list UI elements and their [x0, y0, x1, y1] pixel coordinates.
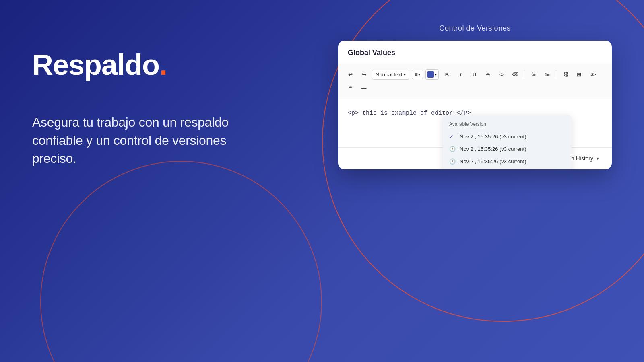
text-style-chevron: ▾ [404, 72, 406, 77]
version-dropdown: Available Version ✓ Nov 2 , 15:35:26 (v3… [443, 115, 572, 169]
align-chevron: ▾ [418, 72, 420, 77]
clock-icon-2: 🕐 [449, 158, 456, 165]
version-label: Control de Versiones [338, 24, 612, 33]
version-dropdown-title: Available Version [443, 120, 572, 130]
toolbar-separator-1 [524, 70, 524, 78]
check-icon: ✓ [449, 134, 456, 140]
redo-button[interactable]: ↪ [358, 69, 369, 80]
arc-decoration-bottom [40, 161, 322, 362]
left-panel: Respaldo . Asegura tu trabajo con un res… [32, 48, 266, 167]
text-style-label: Normal text [376, 72, 402, 78]
editor-body[interactable]: <p> this is example of editor </P> Avail… [338, 99, 612, 147]
strikethrough-button[interactable]: S [482, 69, 493, 80]
version-item-label-1: Nov 2 , 15:35:26 (v3 current) [460, 146, 526, 152]
version-item-label-2: Nov 2 , 15:35:26 (v3 current) [460, 158, 526, 165]
toolbar-separator-2 [556, 70, 556, 78]
version-history-chevron: ▾ [597, 156, 599, 161]
ordered-list-button[interactable]: 1≡ [541, 69, 553, 80]
editor-toolbar: ↩ ↪ Normal text ▾ ≡ ▾ ▾ B I U S <> ⌫ ⁚≡ … [338, 64, 612, 99]
italic-button[interactable]: I [455, 69, 466, 80]
link-button[interactable]: ⛓ [559, 69, 571, 80]
undo-button[interactable]: ↩ [345, 69, 356, 80]
align-select[interactable]: ≡ ▾ [412, 70, 423, 79]
image-button[interactable]: ⊞ [573, 69, 584, 80]
underline-button[interactable]: U [469, 69, 480, 80]
brand-name: Respaldo [32, 48, 159, 81]
text-style-select[interactable]: Normal text ▾ [372, 70, 409, 80]
version-item-0[interactable]: ✓ Nov 2 , 15:35:26 (v3 current) [443, 130, 572, 143]
clear-format-button[interactable]: ⌫ [510, 69, 521, 80]
code-inline-button[interactable]: <> [496, 69, 507, 80]
card-title: Global Values [348, 49, 395, 57]
color-swatch [427, 71, 434, 78]
align-icon: ≡ [415, 72, 417, 77]
bullet-list-button[interactable]: ⁚≡ [528, 69, 539, 80]
code-block-button[interactable]: </> [587, 69, 598, 80]
clock-icon-1: 🕐 [449, 146, 456, 152]
tagline: Asegura tu trabajo con un respaldoconfia… [32, 113, 266, 167]
right-panel: Control de Versiones Global Values ↩ ↪ N… [338, 24, 612, 169]
editor-card: Global Values ↩ ↪ Normal text ▾ ≡ ▾ ▾ B … [338, 41, 612, 169]
blockquote-button[interactable]: ❝ [345, 82, 356, 94]
bold-button[interactable]: B [441, 69, 452, 80]
color-chevron: ▾ [435, 72, 437, 77]
version-item-label-0: Nov 2 , 15:35:26 (v3 current) [460, 134, 526, 140]
card-header: Global Values [338, 41, 612, 64]
brand-logo: Respaldo . [32, 48, 266, 81]
version-item-1[interactable]: 🕐 Nov 2 , 15:35:26 (v3 current) [443, 143, 572, 155]
horizontal-rule-button[interactable]: — [358, 82, 369, 94]
version-item-2[interactable]: 🕐 Nov 2 , 15:35:26 (v3 current) [443, 155, 572, 168]
color-picker[interactable]: ▾ [425, 69, 439, 80]
brand-dot: . [159, 48, 167, 81]
